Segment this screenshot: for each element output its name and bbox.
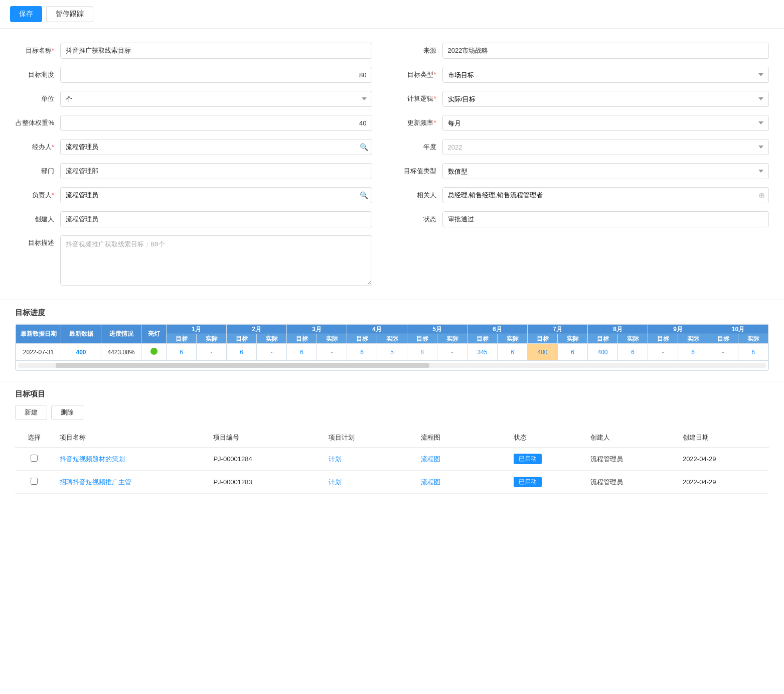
project-2-checkbox[interactable] xyxy=(31,478,38,485)
project-1-flow: 流程图 xyxy=(415,448,507,471)
projects-table: 选择 项目名称 项目编号 项目计划 流程图 状态 创建人 创建日期 抖音短视频题 xyxy=(15,428,769,494)
save-button[interactable]: 保存 xyxy=(10,6,42,22)
project-2-date: 2022-04-29 xyxy=(677,471,769,494)
th-mar: 3月 xyxy=(287,325,347,334)
desc-label: 目标描述 xyxy=(15,235,60,247)
th-id: 项目编号 xyxy=(207,428,323,448)
update-freq-row: 更新频率* 每月 xyxy=(397,111,769,135)
update-freq-select[interactable]: 每月 xyxy=(442,115,769,131)
goal-type-select[interactable]: 市场目标 xyxy=(442,67,769,83)
project-1-name-link[interactable]: 抖音短视频题材的策划 xyxy=(60,455,125,463)
stakeholder-input[interactable] xyxy=(442,187,769,203)
new-project-button[interactable]: 新建 xyxy=(15,405,47,420)
td-jan-target[interactable]: 6 xyxy=(167,344,197,361)
calc-logic-row: 计算逻辑* 实际/目标 xyxy=(397,87,769,111)
th-feb-actual: 实际 xyxy=(257,334,287,344)
year-select[interactable]: 2022 xyxy=(442,139,769,155)
th-may-target: 目标 xyxy=(407,334,437,344)
th-status: 状态 xyxy=(508,428,584,448)
owner-search-icon[interactable]: 🔍 xyxy=(360,191,368,199)
th-aug-target: 目标 xyxy=(588,334,618,344)
td-apr-target[interactable]: 6 xyxy=(347,344,377,361)
value-type-label: 目标值类型 xyxy=(397,167,442,176)
td-mar-target[interactable]: 6 xyxy=(287,344,317,361)
projects-section: 新建 删除 选择 项目名称 项目编号 项目计划 流程图 状态 创建人 创建日期 xyxy=(0,405,784,504)
td-sep-target[interactable]: - xyxy=(648,344,678,361)
owner-label: 负责人* xyxy=(15,191,60,200)
th-oct-actual: 实际 xyxy=(738,334,768,344)
td-jul-target[interactable]: 400 xyxy=(528,344,558,361)
th-may: 5月 xyxy=(407,325,467,334)
td-jun-actual: 6 xyxy=(498,344,528,361)
project-2-flow: 流程图 xyxy=(415,471,507,494)
td-sep-actual: 6 xyxy=(678,344,708,361)
project-2-flow-link[interactable]: 流程图 xyxy=(421,478,440,486)
project-1-checkbox[interactable] xyxy=(31,455,38,462)
update-freq-label: 更新频率* xyxy=(397,118,442,127)
green-light-icon xyxy=(150,348,158,355)
td-latest-data[interactable]: 400 xyxy=(61,344,101,361)
goal-measure-input[interactable] xyxy=(60,67,372,83)
handler-label: 经办人* xyxy=(15,143,60,152)
pause-button[interactable]: 暂停跟踪 xyxy=(46,6,93,22)
source-label: 来源 xyxy=(397,46,442,55)
td-may-target[interactable]: 8 xyxy=(407,344,437,361)
calc-logic-select[interactable]: 实际/目标 xyxy=(442,91,769,107)
project-2-plan-link[interactable]: 计划 xyxy=(329,478,342,486)
th-aug: 8月 xyxy=(588,325,648,334)
form-section: 目标名称* 目标测度 单位 个 xyxy=(0,29,784,300)
th-mar-target: 目标 xyxy=(287,334,317,344)
owner-input[interactable] xyxy=(60,187,372,203)
project-2-plan: 计划 xyxy=(323,471,415,494)
project-1-plan-link[interactable]: 计划 xyxy=(329,455,342,463)
status-row: 状态 xyxy=(397,207,769,231)
th-jul-actual: 实际 xyxy=(558,334,588,344)
desc-textarea[interactable]: 抖音视频推广获取线索目标：80个 xyxy=(60,235,372,286)
td-jan-actual: - xyxy=(197,344,227,361)
td-jun-target[interactable]: 345 xyxy=(467,344,498,361)
weight-input[interactable] xyxy=(60,115,372,131)
form-right: 来源 目标类型* 市场目标 计算逻辑* xyxy=(392,39,769,290)
goal-type-label: 目标类型* xyxy=(397,70,442,79)
unit-row: 单位 个 xyxy=(15,87,372,111)
creator-label: 创建人 xyxy=(15,215,60,224)
unit-select[interactable]: 个 xyxy=(60,91,372,107)
goal-name-input[interactable] xyxy=(60,43,372,59)
creator-row: 创建人 xyxy=(15,207,372,231)
progress-table: 最新数据日期 最新数据 进度情况 亮灯 1月 2月 3月 4月 5月 6月 7月… xyxy=(16,324,768,370)
th-jun-actual: 实际 xyxy=(498,334,528,344)
th-sep-actual: 实际 xyxy=(678,334,708,344)
goal-name-row: 目标名称* xyxy=(15,39,372,63)
td-feb-target[interactable]: 6 xyxy=(227,344,257,361)
td-may-actual: - xyxy=(437,344,467,361)
source-row: 来源 xyxy=(397,39,769,63)
desc-row: 目标描述 抖音视频推广获取线索目标：80个 xyxy=(15,231,372,290)
project-1-creator: 流程管理员 xyxy=(584,448,677,471)
handler-row: 经办人* 🔍 xyxy=(15,135,372,159)
handler-field: 🔍 xyxy=(60,139,372,155)
project-1-id: PJ-00001284 xyxy=(207,448,323,471)
td-oct-target[interactable]: - xyxy=(708,344,738,361)
source-input[interactable] xyxy=(442,43,769,59)
stakeholder-plus-icon[interactable]: ⊕ xyxy=(758,191,765,200)
weight-row: 占整体权重% xyxy=(15,111,372,135)
dept-input[interactable] xyxy=(60,163,372,179)
td-feb-actual: - xyxy=(257,344,287,361)
handler-search-icon[interactable]: 🔍 xyxy=(360,143,368,151)
project-1-flow-link[interactable]: 流程图 xyxy=(421,455,440,463)
th-jan-actual: 实际 xyxy=(197,334,227,344)
th-latest-date: 最新数据日期 xyxy=(16,325,61,344)
td-percent: 4423.08% xyxy=(101,344,141,361)
th-may-actual: 实际 xyxy=(437,334,467,344)
handler-input[interactable] xyxy=(60,139,372,155)
project-2-name-link[interactable]: 招聘抖音短视频推广主管 xyxy=(60,478,131,486)
th-aug-actual: 实际 xyxy=(618,334,648,344)
td-apr-actual: 5 xyxy=(377,344,407,361)
projects-table-header: 选择 项目名称 项目编号 项目计划 流程图 状态 创建人 创建日期 xyxy=(15,428,769,448)
value-type-select[interactable]: 数值型 xyxy=(442,163,769,179)
project-2-creator: 流程管理员 xyxy=(584,471,677,494)
delete-project-button[interactable]: 删除 xyxy=(51,405,83,420)
project-1-name: 抖音短视频题材的策划 xyxy=(54,448,208,471)
th-jun-target: 目标 xyxy=(467,334,498,344)
td-aug-target[interactable]: 400 xyxy=(588,344,618,361)
